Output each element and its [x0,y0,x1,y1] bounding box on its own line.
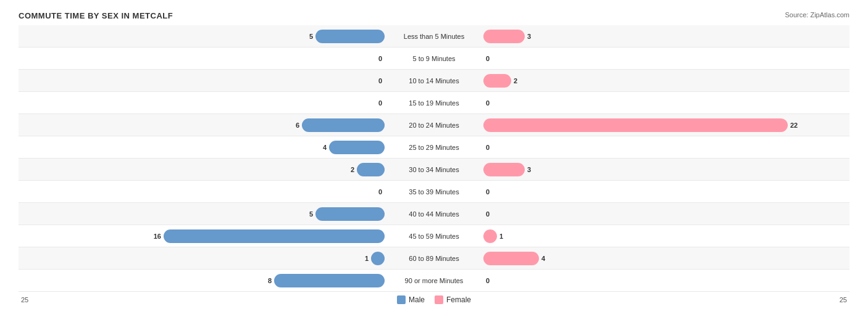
female-zero: 0 [486,99,490,107]
male-bar: 2 [357,163,385,176]
female-zero: 0 [486,277,490,284]
chart-row: 0 5 to 9 Minutes 0 [19,47,849,70]
male-value: 5 [309,33,313,40]
female-value: 2 [514,77,517,85]
male-zero: 0 [378,77,382,85]
female-value: 3 [527,166,531,173]
legend-female: Female [435,295,471,304]
axis-right-label: 25 [840,296,847,303]
row-label: Less than 5 Minutes [385,33,483,40]
chart-row: 5 Less than 5 Minutes 3 [19,25,849,47]
female-bar: 4 [483,252,539,265]
male-bar-wrap: 4 [19,141,385,154]
legend-male-color [397,295,406,304]
female-bar-wrap: 1 [483,229,849,243]
row-label: 15 to 19 Minutes [385,99,483,107]
female-bar-wrap: 0 [483,207,849,221]
female-bar-wrap: 0 [483,96,849,110]
chart-title: COMMUTE TIME BY SEX IN METCALF [19,11,849,20]
male-bar-wrap: 8 [19,274,385,287]
female-value: 1 [499,233,503,240]
female-zero: 0 [486,188,490,196]
female-bar-wrap: 0 [483,274,849,287]
row-inner: 4 25 to 29 Minutes 0 [19,136,849,158]
male-bar-wrap: 6 [19,118,385,132]
row-label: 45 to 59 Minutes [385,233,483,240]
male-bar: 4 [329,141,385,154]
chart-row: 5 40 to 44 Minutes 0 [19,203,849,225]
legend-female-color [435,295,443,304]
row-inner: 1 60 to 89 Minutes 4 [19,247,849,269]
male-bar-wrap: 5 [19,207,385,221]
row-label: 5 to 9 Minutes [385,55,483,62]
row-label: 30 to 34 Minutes [385,166,483,173]
female-bar-wrap: 4 [483,252,849,265]
right-section: 4 [483,247,849,269]
right-section: 0 [483,136,849,158]
female-bar-wrap: 0 [483,141,849,154]
chart-row: 6 20 to 24 Minutes 22 [19,114,849,136]
male-value: 1 [365,255,369,262]
female-bar: 3 [483,163,525,176]
left-section: 16 [19,225,385,247]
axis-left-label: 25 [21,296,28,303]
male-value: 2 [351,166,354,173]
right-section: 1 [483,225,849,247]
chart-row: 16 45 to 59 Minutes 1 [19,225,849,247]
male-bar: 5 [315,207,385,221]
female-value: 4 [541,255,545,262]
legend-female-label: Female [446,295,471,304]
row-label: 40 to 44 Minutes [385,210,483,218]
female-value: 22 [790,122,798,129]
left-section: 1 [19,247,385,269]
right-section: 2 [483,70,849,91]
female-zero: 0 [486,210,490,218]
row-label: 20 to 24 Minutes [385,122,483,129]
male-bar: 6 [302,118,385,132]
chart-footer: 25 Male Female 25 [19,295,849,304]
row-inner: 5 40 to 44 Minutes 0 [19,203,849,225]
male-value: 16 [154,233,161,240]
male-bar: 8 [274,274,385,287]
left-section: 8 [19,270,385,291]
female-bar-wrap: 3 [483,30,849,43]
male-bar-wrap: 2 [19,163,385,176]
left-section: 5 [19,25,385,47]
female-bar: 3 [483,30,525,43]
legend-male-label: Male [409,295,425,304]
left-section: 5 [19,203,385,225]
left-section: 4 [19,136,385,158]
right-section: 0 [483,92,849,114]
female-bar-wrap: 0 [483,52,849,65]
female-bar: 22 [483,118,788,132]
female-bar-wrap: 2 [483,74,849,88]
row-inner: 8 90 or more Minutes 0 [19,270,849,291]
row-inner: 6 20 to 24 Minutes 22 [19,114,849,136]
right-section: 3 [483,159,849,180]
male-bar: 5 [315,30,385,43]
left-section: 0 [19,70,385,91]
left-section: 6 [19,114,385,136]
row-inner: 0 5 to 9 Minutes 0 [19,47,849,69]
female-zero: 0 [486,144,490,151]
left-section: 2 [19,159,385,180]
right-section: 3 [483,25,849,47]
bars-area: 5 Less than 5 Minutes 3 [19,25,849,292]
chart-row: 4 25 to 29 Minutes 0 [19,136,849,159]
row-label: 90 or more Minutes [385,277,483,284]
row-inner: 0 10 to 14 Minutes 2 [19,70,849,91]
chart-row: 1 60 to 89 Minutes 4 [19,247,849,270]
row-inner: 16 45 to 59 Minutes 1 [19,225,849,247]
male-bar-wrap: 0 [19,52,385,65]
female-value: 3 [527,33,531,40]
male-zero: 0 [378,188,382,196]
male-bar-wrap: 0 [19,185,385,199]
male-bar: 1 [371,252,385,265]
right-section: 0 [483,47,849,69]
chart-container: COMMUTE TIME BY SEX IN METCALF Source: Z… [0,0,868,322]
source-label: Source: ZipAtlas.com [785,11,849,19]
right-section: 0 [483,181,849,202]
female-bar-wrap: 22 [483,118,849,132]
right-section: 0 [483,270,849,291]
female-bar-wrap: 0 [483,185,849,199]
